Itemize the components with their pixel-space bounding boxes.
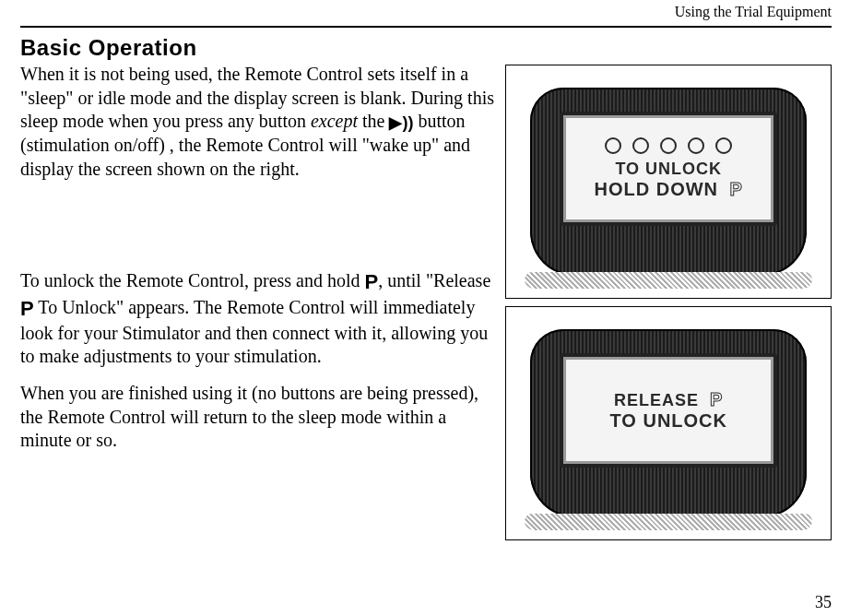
paragraph-3: When you are finished using it (no butto… [20, 382, 498, 453]
running-head: Using the Trial Equipment [20, 4, 832, 20]
lcd-p-icon-2: P [710, 389, 723, 409]
paragraph-2: To unlock the Remote Control, press and … [20, 269, 498, 369]
circle-icon [660, 137, 677, 154]
circle-icon [632, 137, 649, 154]
paragraph-1: When it is not being used, the Remote Co… [20, 63, 498, 181]
p-button-glyph-2: P [20, 297, 34, 320]
horizontal-rule [20, 26, 832, 28]
figure-column: To Unlock Hold Down P Release P To Unloc… [505, 65, 832, 540]
p2-text-a: To unlock the Remote Control, press and … [20, 270, 365, 290]
lcd-indicator-circles [605, 137, 732, 154]
p1-text-c: the [358, 111, 389, 131]
lcd2-line1-text: Release [614, 391, 704, 409]
circle-icon [715, 137, 732, 154]
page-number: 35 [815, 593, 832, 612]
p1-except-italic: except [311, 111, 358, 131]
content-row: When it is not being used, the Remote Co… [20, 63, 832, 540]
figure-release-prompt: Release P To Unlock [505, 306, 832, 540]
stimulation-icon: ▶)) [389, 113, 413, 132]
lcd-p-icon: P [730, 179, 743, 199]
circle-icon [605, 137, 621, 154]
lcd1-line2-text: Hold Down [595, 179, 725, 199]
text-column: When it is not being used, the Remote Co… [20, 63, 498, 540]
figure-unlock-prompt: To Unlock Hold Down P [505, 65, 832, 299]
lcd-screen-2: Release P To Unlock [560, 353, 777, 468]
lcd-screen-1: To Unlock Hold Down P [560, 112, 777, 226]
section-title: Basic Operation [20, 35, 832, 61]
p2-text-c: To Unlock" appears. The Remote Control w… [20, 297, 488, 367]
remote-device-illustration: To Unlock Hold Down P [530, 88, 807, 276]
lcd2-line2: To Unlock [609, 410, 727, 432]
lcd1-line1: To Unlock [615, 160, 722, 179]
p2-text-b: , until "Release [378, 270, 490, 290]
remote-device-illustration-2: Release P To Unlock [530, 329, 807, 517]
circle-icon [688, 137, 704, 154]
p-button-glyph: P [365, 270, 379, 293]
lcd2-line1: Release P [614, 389, 723, 410]
lcd1-line2: Hold Down P [595, 179, 743, 200]
document-page: Using the Trial Equipment Basic Operatio… [0, 0, 850, 616]
